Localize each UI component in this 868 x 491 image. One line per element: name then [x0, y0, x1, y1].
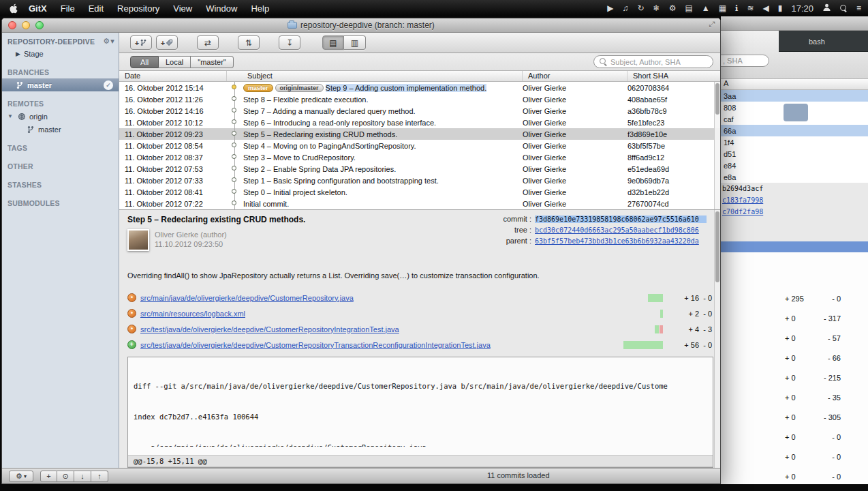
- add-branch-button[interactable]: +: [130, 35, 152, 50]
- add-file-button[interactable]: +: [40, 471, 57, 482]
- airport-icon[interactable]: ❄: [653, 0, 660, 16]
- filter-local-button[interactable]: Local: [159, 56, 191, 68]
- stash-button[interactable]: ↧: [279, 35, 300, 50]
- detail-scrollbar[interactable]: [714, 210, 720, 468]
- background-search-field[interactable]: , SHA: [721, 55, 769, 67]
- background-tree-sha-link[interactable]: c183fa7998: [721, 194, 868, 206]
- background-selected-row: [721, 241, 868, 252]
- titlebar[interactable]: repository-deepdive (branch: master) ⤢: [2, 18, 720, 33]
- commit-row[interactable]: 11. Oktober 2012 07:33 Step 1 – Basic Sp…: [119, 175, 720, 186]
- battery-icon[interactable]: ▮: [778, 0, 783, 16]
- changed-file-row[interactable]: • src/test/java/de/olivergierke/deepdive…: [127, 323, 712, 335]
- add-tag-button[interactable]: +: [156, 35, 178, 50]
- commit-subject: Step 8 – Flexible predicate execution.: [243, 95, 523, 104]
- close-button[interactable]: [8, 21, 16, 29]
- changed-file-row[interactable]: + src/test/java/de/olivergierke/deepdive…: [127, 339, 712, 351]
- menu-window[interactable]: Window: [206, 3, 237, 14]
- file-path-link[interactable]: src/test/java/de/olivergierke/deepdive/C…: [140, 325, 399, 333]
- commit-row[interactable]: 16. Oktober 2012 15:14 master origin/mas…: [119, 82, 720, 93]
- commit-row[interactable]: 11. Oktober 2012 07:53 Step 2 – Enable S…: [119, 163, 720, 175]
- info-icon[interactable]: ℹ: [735, 0, 739, 16]
- keyboard-icon[interactable]: ▦: [719, 0, 726, 16]
- column-header-author[interactable]: Author: [523, 71, 627, 81]
- changed-file-row[interactable]: • src/main/resources/logback.xml + 2 - 0: [127, 308, 712, 319]
- stage-view-button[interactable]: ▥: [344, 35, 366, 50]
- menu-repository[interactable]: Repository: [117, 3, 159, 14]
- zoom-button[interactable]: [35, 21, 44, 29]
- commit-row-selected[interactable]: 11. Oktober 2012 09:23 Step 5 – Redeclar…: [119, 128, 720, 140]
- filter-all-button[interactable]: All: [130, 56, 159, 68]
- commit-row[interactable]: 16. Oktober 2012 14:16 Step 7 – Adding a…: [119, 105, 720, 117]
- menu-file[interactable]: File: [61, 3, 75, 14]
- commit-row[interactable]: 11. Oktober 2012 08:54 Step 4 – Moving o…: [119, 140, 720, 151]
- search-field[interactable]: [593, 55, 713, 68]
- diff-stat-bars: [660, 310, 663, 318]
- menu-edit[interactable]: Edit: [89, 3, 104, 14]
- gear-icon[interactable]: ⚙: [669, 0, 677, 16]
- scrollbar-thumb[interactable]: [715, 211, 719, 282]
- search-input[interactable]: [610, 58, 707, 66]
- minimize-button[interactable]: [22, 21, 30, 29]
- commit-circle-button[interactable]: ⊙: [57, 471, 74, 482]
- search-icon: [600, 58, 607, 65]
- disclosure-triangle-icon[interactable]: ▼: [7, 113, 14, 119]
- user-icon[interactable]: [822, 3, 831, 14]
- background-commit-row[interactable]: 66a: [721, 125, 868, 136]
- filter-branch-button[interactable]: "master": [191, 56, 233, 68]
- parent-label: parent :: [499, 237, 531, 245]
- background-commit-row[interactable]: e84: [721, 160, 868, 171]
- scrollbar-thumb[interactable]: [715, 83, 719, 115]
- file-path-link[interactable]: src/test/java/de/olivergierke/deepdive/C…: [140, 341, 491, 349]
- volume-icon[interactable]: ◀: [763, 0, 769, 16]
- commit-row[interactable]: 11. Oktober 2012 08:41 Step 0 – Initial …: [119, 186, 720, 198]
- column-header-short-sha[interactable]: Short SHA: [627, 71, 720, 81]
- wifi-icon[interactable]: ≋: [747, 0, 754, 16]
- eject-icon[interactable]: ▲: [702, 0, 710, 16]
- merge-button[interactable]: ⇄: [197, 35, 219, 50]
- background-commit-row[interactable]: d51: [721, 148, 868, 160]
- background-gitx-window[interactable]: , SHA bash A 3aa 808 caf 66a 1f4 d51 e84…: [721, 16, 868, 484]
- changed-file-row[interactable]: • src/main/java/de/olivergierke/deepdive…: [127, 292, 712, 303]
- commit-row[interactable]: 11. Oktober 2012 08:37 Step 3 – Move to …: [119, 151, 720, 163]
- rebase-button[interactable]: ⇅: [238, 35, 260, 50]
- commit-list-scrollbar[interactable]: [714, 82, 720, 209]
- commit-row[interactable]: 16. Oktober 2012 11:26 Step 8 – Flexible…: [119, 93, 720, 105]
- sidebar-item-remote-origin[interactable]: ▼ origin: [2, 110, 119, 123]
- background-commit-row[interactable]: 1f4: [721, 136, 868, 148]
- play-icon[interactable]: ▶: [607, 0, 613, 16]
- sidebar-item-stage[interactable]: ▶ Stage: [2, 47, 119, 60]
- file-path-link[interactable]: src/main/java/de/olivergierke/deepdive/C…: [140, 294, 354, 302]
- display-icon[interactable]: ▤: [685, 0, 692, 16]
- repo-name[interactable]: REPOSITORY-DEEPDIVE: [7, 38, 95, 46]
- sidebar-item-remote-branch-master[interactable]: master: [2, 123, 119, 136]
- tree-sha-link[interactable]: bcd30c072440d6663ac295a50aabecf1bd98c806: [535, 226, 707, 234]
- sync-icon[interactable]: ↻: [638, 0, 645, 16]
- background-commit-row[interactable]: 3aa: [721, 90, 868, 102]
- notification-list-icon[interactable]: ≡: [856, 0, 861, 16]
- music-icon[interactable]: ♫: [623, 0, 629, 16]
- push-button[interactable]: ↑: [91, 471, 108, 482]
- background-parent-sha-link[interactable]: c70df2fa98: [721, 206, 868, 218]
- repo-settings-button[interactable]: ⚙▾: [103, 37, 114, 46]
- pull-button[interactable]: ↓: [74, 471, 91, 482]
- commit-datetime: 11.10.2012 09:23:50: [155, 240, 227, 248]
- fullscreen-icon[interactable]: ⤢: [709, 20, 715, 29]
- menu-gitx[interactable]: GitX: [29, 3, 47, 14]
- menu-view[interactable]: View: [173, 3, 192, 14]
- commit-row[interactable]: 11. Oktober 2012 10:12 Step 6 – Introduc…: [119, 117, 720, 128]
- apple-menu-icon[interactable]: [10, 3, 18, 14]
- commit-row[interactable]: 11. Oktober 2012 07:22 Initial commit. O…: [119, 198, 720, 209]
- column-header-subject[interactable]: Subject: [227, 71, 523, 81]
- menubar-clock[interactable]: 17:20: [791, 3, 813, 14]
- gear-menu-button[interactable]: ⚙ ▾: [9, 471, 33, 482]
- menu-help[interactable]: Help: [251, 3, 269, 14]
- commit-full-sha[interactable]: f3d869e10e73319858198c68062ae97c5516a610: [535, 215, 707, 223]
- sidebar-item-branch-master[interactable]: master ✓: [2, 78, 119, 91]
- terminal-window-tab[interactable]: bash: [779, 31, 868, 52]
- spotlight-search-icon[interactable]: [840, 5, 848, 12]
- history-view-button[interactable]: ▤: [322, 35, 344, 50]
- column-header-date[interactable]: Date: [119, 71, 227, 81]
- background-commit-row[interactable]: e8a: [721, 171, 868, 183]
- file-path-link[interactable]: src/main/resources/logback.xml: [140, 310, 245, 318]
- parent-sha-link[interactable]: 63bf5f57beb473bbd3b1ce63b6b6932aa43220da: [535, 237, 707, 245]
